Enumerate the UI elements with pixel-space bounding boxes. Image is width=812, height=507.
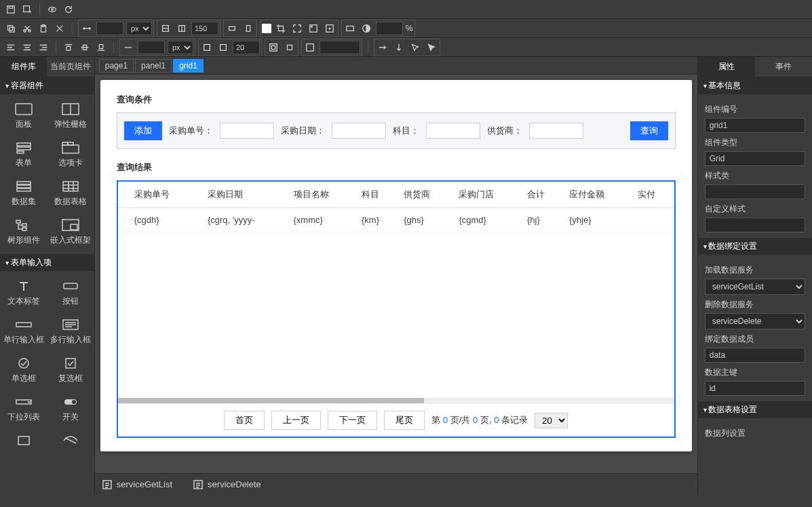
width-input[interactable] [96, 22, 123, 35]
comp-input[interactable]: 单行输入框 [0, 312, 47, 351]
comp-iframe[interactable]: 嵌入式框架 [47, 213, 94, 251]
comp-hidden[interactable] [47, 428, 94, 455]
x-unit[interactable]: px [168, 41, 193, 54]
fill-icon[interactable] [262, 24, 271, 33]
comp-tabs[interactable]: 选项卡 [47, 136, 94, 174]
search-button[interactable]: 查询 [630, 121, 668, 140]
field-input-0[interactable] [220, 123, 274, 139]
comp-button[interactable]: 按钮 [47, 274, 94, 312]
input-style-class[interactable] [705, 184, 805, 199]
select-load-svc[interactable]: serviceGetList [705, 279, 805, 295]
width-icon[interactable] [80, 22, 94, 35]
pointer-h-icon[interactable] [376, 41, 389, 54]
crumb-grid1[interactable]: grid1 [173, 59, 204, 73]
delete-icon[interactable] [53, 22, 66, 35]
section-grid-settings[interactable]: 数据表格设置 [698, 401, 812, 418]
comp-radio[interactable]: 单选框 [0, 351, 47, 390]
design-canvas[interactable]: 查询条件 添加 采购单号： 采购日期： 科目： 供货商： 查询 查询结果 [100, 80, 692, 451]
section-container[interactable]: 容器组件 [0, 77, 94, 94]
select-del-svc[interactable]: serviceDelete [705, 313, 805, 329]
field-input-1[interactable] [332, 123, 386, 139]
pager-size-select[interactable]: 20 [535, 413, 568, 428]
y-icon[interactable] [200, 41, 214, 54]
input-comp-id[interactable] [705, 118, 805, 133]
refresh-icon[interactable] [62, 3, 75, 16]
input-bind-member[interactable] [705, 348, 805, 363]
preview-icon[interactable] [45, 3, 59, 16]
input-comp-type[interactable] [705, 151, 805, 166]
field-input-3[interactable] [529, 123, 583, 139]
align-center-icon[interactable] [20, 41, 34, 54]
comp-flex-grid[interactable]: 弹性栅格 [47, 97, 94, 136]
comp-switch[interactable]: 开关 [47, 390, 94, 428]
tab-component-lib[interactable]: 组件库 [0, 57, 47, 77]
comp-datatable[interactable]: 数据表格 [47, 174, 94, 213]
pointer-v-icon[interactable] [392, 41, 406, 54]
border-input[interactable] [320, 41, 360, 54]
x-input[interactable] [138, 41, 165, 54]
valign-mid-icon[interactable] [78, 41, 92, 54]
comp-textarea[interactable]: 多行输入框 [47, 312, 94, 351]
cursor2-icon[interactable] [425, 41, 438, 54]
valign-bot-icon[interactable] [94, 41, 108, 54]
padding-icon[interactable] [267, 41, 280, 54]
field-label-1: 采购日期： [281, 125, 325, 137]
comp-panel[interactable]: 面板 [0, 97, 47, 136]
align-left-icon[interactable] [4, 41, 18, 54]
tab-events[interactable]: 事件 [755, 57, 812, 77]
crumb-page1[interactable]: page1 [99, 59, 134, 73]
input-pk[interactable] [705, 381, 805, 396]
opacity-input[interactable] [376, 22, 403, 35]
x-icon[interactable] [121, 41, 135, 54]
save-icon[interactable] [4, 3, 18, 16]
y-input[interactable] [233, 41, 260, 54]
comp-checkbox[interactable]: 复选框 [47, 351, 94, 390]
border-icon[interactable] [343, 22, 357, 35]
service-getlist[interactable]: serviceGetList [102, 479, 172, 490]
save-dropdown-icon[interactable] [20, 3, 34, 16]
expand-icon[interactable] [290, 22, 304, 35]
cut-icon[interactable] [20, 22, 34, 35]
grid-component[interactable]: 采购单号 采购日期 项目名称 科目 供货商 采购门店 合计 应付金额 实付 [117, 180, 676, 438]
crop-icon[interactable] [274, 22, 288, 35]
valign-top-icon[interactable] [62, 41, 75, 54]
comp-textlabel[interactable]: 文本标签 [0, 274, 47, 312]
horizontal-scrollbar[interactable] [118, 398, 674, 403]
field-input-2[interactable] [426, 123, 480, 139]
section-basic[interactable]: 基本信息 [698, 77, 812, 94]
input-custom-style[interactable] [705, 218, 805, 232]
pager-last[interactable]: 尾页 [384, 411, 425, 430]
section-databind[interactable]: 数据绑定设置 [698, 238, 812, 255]
bg-pos-icon[interactable] [307, 22, 320, 35]
comp-select[interactable]: 下拉列表 [0, 390, 47, 428]
y2-icon[interactable] [216, 41, 230, 54]
pager-next[interactable]: 下一页 [328, 411, 377, 430]
height-icon[interactable] [175, 22, 189, 35]
cursor-icon[interactable] [408, 41, 422, 54]
align-v-icon[interactable] [241, 22, 255, 35]
copy-icon[interactable] [4, 22, 18, 35]
contrast-icon[interactable] [360, 22, 373, 35]
comp-form[interactable]: 表单 [0, 136, 47, 174]
bg-tile-icon[interactable] [323, 22, 336, 35]
height-input[interactable] [191, 22, 218, 35]
auto-width-icon[interactable] [159, 22, 172, 35]
align-right-icon[interactable] [37, 41, 50, 54]
service-delete[interactable]: serviceDelete [193, 479, 261, 490]
align-h-icon[interactable] [225, 22, 239, 35]
margin-icon[interactable] [283, 41, 296, 54]
comp-dataset[interactable]: 数据集 [0, 174, 47, 213]
paste-icon[interactable] [37, 22, 50, 35]
table-row[interactable]: {cgdh} {cgrq, 'yyyy- {xmmc} {km} {ghs} {… [118, 208, 674, 232]
pager-prev[interactable]: 上一页 [271, 411, 321, 430]
section-form-inputs[interactable]: 表单输入项 [0, 254, 94, 271]
border-style-icon[interactable] [303, 41, 317, 54]
comp-more1[interactable] [0, 428, 47, 455]
comp-tree[interactable]: 树形组件 [0, 213, 47, 251]
crumb-panel1[interactable]: panel1 [135, 59, 172, 73]
width-unit-select[interactable]: px [126, 22, 152, 35]
tab-page-components[interactable]: 当前页组件 [47, 57, 94, 77]
tab-properties[interactable]: 属性 [698, 57, 755, 77]
add-button[interactable]: 添加 [124, 121, 162, 140]
pager-first[interactable]: 首页 [224, 411, 265, 430]
